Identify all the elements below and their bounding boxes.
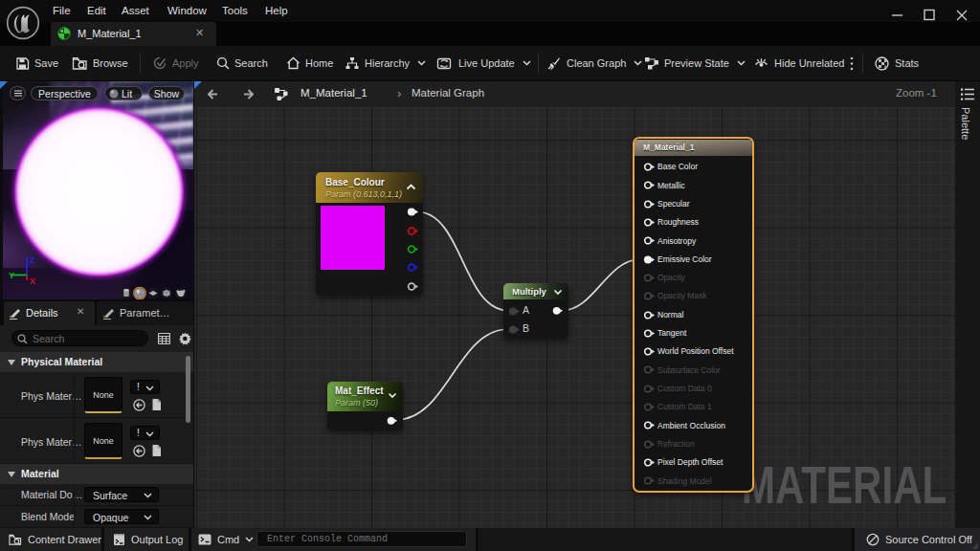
- svg-text:i: i: [884, 64, 886, 71]
- svg-text:Y: Y: [9, 271, 14, 280]
- svg-text:X: X: [30, 276, 35, 286]
- svg-text:Z: Z: [30, 255, 35, 265]
